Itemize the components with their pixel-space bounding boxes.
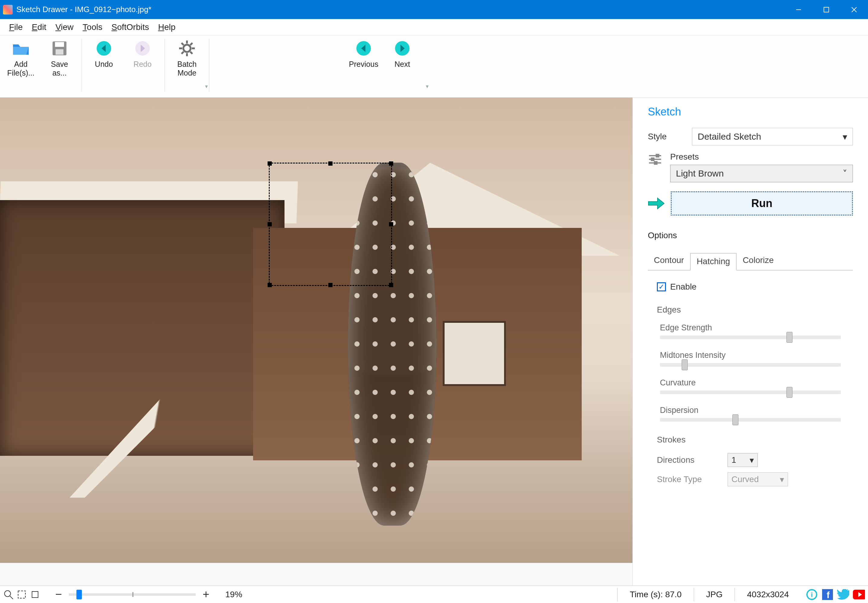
batch-mode-label: Batch Mode <box>170 60 204 77</box>
chevron-down-icon: ▾ <box>843 131 847 142</box>
strokes-heading: Strokes <box>657 435 853 445</box>
selection-handle[interactable] <box>268 161 272 165</box>
fit-screen-icon[interactable] <box>16 589 27 600</box>
svg-line-15 <box>190 52 193 54</box>
zoom-tool-icon[interactable] <box>3 589 14 600</box>
dispersion-label: Dispersion <box>660 406 853 415</box>
app-icon <box>3 5 13 14</box>
presets-icon[interactable] <box>648 152 662 167</box>
enable-label: Enable <box>670 282 697 292</box>
selection-handle[interactable] <box>328 283 333 287</box>
svg-line-27 <box>10 596 13 599</box>
menubar: File Edit View Tools SoftOrbits Help <box>0 19 868 36</box>
add-files-button[interactable]: Add File(s)... <box>4 39 37 77</box>
chevron-down-icon: ▾ <box>749 455 754 465</box>
menu-view[interactable]: View <box>55 22 73 32</box>
svg-rect-5 <box>55 42 64 47</box>
minimize-button[interactable] <box>785 0 812 19</box>
close-button[interactable] <box>840 0 868 19</box>
zoom-slider[interactable] <box>69 593 196 596</box>
youtube-icon[interactable] <box>853 589 865 601</box>
svg-rect-6 <box>56 49 63 55</box>
enable-checkbox[interactable]: ✓ <box>657 282 666 291</box>
run-button[interactable]: Run <box>671 191 853 215</box>
stroke-type-label: Stroke Type <box>657 475 720 484</box>
selection-handle[interactable] <box>328 161 333 165</box>
canvas-viewport[interactable] <box>0 97 632 563</box>
edges-heading: Edges <box>657 305 853 315</box>
chevron-down-icon: ˅ <box>843 169 847 179</box>
panel-heading: Sketch <box>648 105 853 118</box>
svg-rect-29 <box>32 592 38 598</box>
statusbar: − + 19% Time (s): 87.0 JPG 4032x3024 i f <box>0 586 868 603</box>
maximize-button[interactable] <box>812 0 840 19</box>
run-label: Run <box>751 197 772 210</box>
svg-rect-24 <box>651 158 654 161</box>
status-dimensions: 4032x3024 <box>734 588 801 601</box>
next-icon <box>393 39 412 58</box>
next-button[interactable]: Next <box>386 39 419 69</box>
svg-rect-25 <box>654 162 657 164</box>
selection-marquee[interactable] <box>269 162 392 286</box>
menu-softorbits[interactable]: SoftOrbits <box>111 22 149 32</box>
edge-strength-slider[interactable] <box>660 336 841 339</box>
run-arrow-icon <box>648 197 665 210</box>
svg-text:f: f <box>826 590 830 600</box>
menu-help[interactable]: Help <box>158 22 176 32</box>
next-label: Next <box>395 60 410 69</box>
zoom-in-button[interactable]: + <box>200 589 211 600</box>
menu-file[interactable]: File <box>9 22 23 32</box>
edge-strength-label: Edge Strength <box>660 323 853 332</box>
svg-rect-28 <box>18 591 25 598</box>
redo-icon <box>133 39 152 58</box>
selection-handle[interactable] <box>268 222 272 226</box>
group-overflow-icon[interactable]: ▾ <box>205 83 208 90</box>
svg-text:i: i <box>811 591 813 598</box>
style-value: Detailed Sketch <box>698 131 761 142</box>
curvature-slider[interactable] <box>660 391 841 394</box>
actual-size-icon[interactable] <box>29 589 40 600</box>
menu-edit[interactable]: Edit <box>32 22 46 32</box>
canvas-area <box>0 97 632 586</box>
side-panel: Sketch Style Detailed Sketch ▾ Presets L… <box>632 97 868 586</box>
folder-open-icon <box>11 39 31 58</box>
selection-handle[interactable] <box>389 161 393 165</box>
toolbar: Add File(s)... Save as... Undo Redo <box>0 36 868 97</box>
save-as-button[interactable]: Save as... <box>43 39 76 77</box>
batch-mode-button[interactable]: Batch Mode <box>170 39 204 77</box>
twitter-icon[interactable] <box>837 589 849 601</box>
menu-tools[interactable]: Tools <box>83 22 102 32</box>
undo-button[interactable]: Undo <box>87 39 120 69</box>
chevron-down-icon: ▾ <box>780 475 784 484</box>
previous-button[interactable]: Previous <box>347 39 380 69</box>
options-heading: Options <box>648 230 853 240</box>
curvature-label: Curvature <box>660 378 853 388</box>
midtones-slider[interactable] <box>660 363 841 366</box>
add-files-label: Add File(s)... <box>4 60 37 77</box>
zoom-percent: 19% <box>225 590 242 599</box>
redo-button[interactable]: Redo <box>126 39 159 69</box>
undo-icon <box>94 39 114 58</box>
selection-handle[interactable] <box>389 283 393 287</box>
info-icon[interactable]: i <box>806 589 818 601</box>
selection-handle[interactable] <box>389 222 393 226</box>
stroke-type-select[interactable]: Curved▾ <box>728 472 788 486</box>
style-select[interactable]: Detailed Sketch ▾ <box>692 128 853 145</box>
status-time: Time (s): 87.0 <box>617 588 694 601</box>
titlebar: Sketch Drawer - IMG_0912~photo.jpg* <box>0 0 868 19</box>
presets-select[interactable]: Light Brown ˅ <box>670 165 853 182</box>
facebook-icon[interactable]: f <box>822 589 834 601</box>
midtones-label: Midtones Intensity <box>660 351 853 360</box>
directions-label: Directions <box>657 455 720 465</box>
svg-rect-1 <box>824 7 829 12</box>
tab-contour[interactable]: Contour <box>648 252 690 270</box>
dispersion-slider[interactable] <box>660 418 841 422</box>
directions-select[interactable]: 1▾ <box>728 453 758 467</box>
zoom-out-button[interactable]: − <box>53 589 64 600</box>
tab-colorize[interactable]: Colorize <box>737 252 780 270</box>
selection-handle[interactable] <box>268 283 272 287</box>
options-tabs: Contour Hatching Colorize <box>648 252 853 271</box>
tab-hatching[interactable]: Hatching <box>690 253 737 271</box>
group-overflow-icon-2[interactable]: ▾ <box>426 83 429 90</box>
svg-point-26 <box>5 591 11 597</box>
